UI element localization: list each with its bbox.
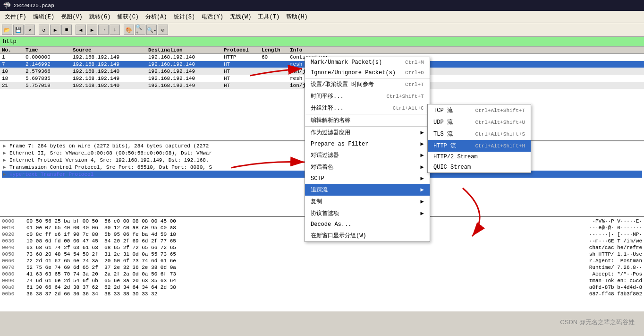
expand-icon: ▶	[3, 157, 9, 163]
hex-row: 0040 63 68 61 74 2f 63 61 63 68 65 2f 72…	[2, 244, 642, 251]
title-bar: 🦈 20220920.pcap	[0, 0, 644, 11]
toolbar-color[interactable]: 🎨	[124, 25, 134, 35]
toolbar-goto[interactable]: →	[98, 25, 109, 35]
toolbar-close[interactable]: ✕	[25, 25, 35, 35]
window-title: 20220920.pcap	[14, 3, 54, 9]
ctx-show-in-new-window[interactable]: 在新窗口显示分组(W)	[305, 230, 430, 241]
toolbar-zoomin[interactable]: 🔍+	[135, 25, 145, 35]
toolbar-zoomout[interactable]: 🔍-	[146, 25, 157, 35]
submenu-tcp-stream[interactable]: TCP 流 Ctrl+Alt+Shift+T	[428, 104, 531, 116]
toolbar-restart[interactable]: ↺	[39, 25, 49, 35]
submenu-udp-stream[interactable]: UDP 流 Ctrl+Alt+Shift+U	[428, 116, 531, 128]
detail-tcp-text: Transmission Control Protocol, Src Port:…	[9, 164, 212, 170]
menu-wireless[interactable]: 无线(W)	[227, 12, 254, 22]
menu-capture[interactable]: 捕获(C)	[114, 12, 142, 22]
menu-edit[interactable]: 编辑(E)	[30, 12, 58, 22]
packet-list-header: No. Time Source Destination Protocol Len…	[0, 47, 644, 54]
ctx-copy[interactable]: 复制 ▶	[305, 196, 430, 207]
hex-row: 0060 72 2d 41 67 65 6e 74 3a 20 50 6f 73…	[2, 258, 642, 264]
hex-row: 00b0 36 38 37 2d 66 36 36 34 38 33 38 30…	[2, 291, 642, 297]
hex-row: 0050 73 68 20 48 54 54 50 2f 31 2e 31 0d…	[2, 251, 642, 258]
submenu-follow-stream: TCP 流 Ctrl+Alt+Shift+T UDP 流 Ctrl+Alt+Sh…	[427, 104, 531, 173]
toolbar-scroll[interactable]: ↓	[110, 25, 120, 35]
ctx-edit-name[interactable]: 编辑解析的名称	[305, 114, 430, 126]
menu-bar: 文件(F) 编辑(E) 视图(V) 跳转(G) 捕获(C) 分析(A) 统计(S…	[0, 11, 644, 23]
menu-analyze[interactable]: 分析(A)	[143, 12, 170, 22]
watermark: CSDN @无名之辈之码谷娃	[560, 318, 635, 327]
filter-bar	[0, 37, 644, 47]
submenu-tls-stream[interactable]: TLS 流 Ctrl+Alt+Shift+S	[428, 128, 531, 140]
ctx-sctp[interactable]: SCTP ▶	[305, 173, 430, 184]
ctx-set-time[interactable]: 设置/取消设置 时间参考 Ctrl+T	[305, 78, 430, 90]
col-header-info: Info	[290, 47, 642, 53]
filter-input[interactable]	[3, 38, 641, 45]
submenu-quic-stream[interactable]: QUIC Stream	[428, 162, 531, 172]
ctx-color-conversation[interactable]: 对话着色 ▶	[305, 161, 430, 173]
menu-view[interactable]: 视图(V)	[58, 12, 85, 22]
expand-icon: ▶	[3, 164, 9, 170]
detail-ethernet-text: Ethernet II, Src: VMware_c0:00:08 (00:50…	[9, 150, 212, 156]
ctx-decode-as[interactable]: Decode As...	[305, 219, 430, 230]
toolbar-start[interactable]: ▶	[50, 25, 60, 35]
col-header-dst: Destination	[148, 47, 224, 53]
hex-row: 0070 52 75 6e 74 69 6d 65 2f 37 2e 32 36…	[2, 264, 642, 271]
menu-telephone[interactable]: 电话(Y)	[199, 12, 226, 22]
hex-row: 0080 41 63 63 65 70 74 3a 20 2a 2f 2a 0d…	[2, 271, 642, 277]
ctx-conversation-filter[interactable]: 对话过滤器 ▶	[305, 149, 430, 161]
menu-help[interactable]: 帮助(H)	[283, 12, 311, 22]
menu-stats[interactable]: 统计(S)	[171, 12, 198, 22]
context-menu: Mark/Unmark Packet(s) Ctrl+M Ignore/Unig…	[305, 57, 430, 242]
toolbar-save[interactable]: 💾	[13, 25, 24, 35]
submenu-http-stream[interactable]: HTTP 流 Ctrl+Alt+Shift+H	[428, 140, 531, 152]
expand-icon: ▶	[3, 143, 9, 149]
toolbar: 📂 💾 ✕ ↺ ▶ ■ ◀ ▶ → ↓ 🎨 🔍+ 🔍- ⊙	[0, 23, 644, 37]
col-header-no: No.	[2, 47, 25, 53]
toolbar-stop[interactable]: ■	[61, 25, 72, 35]
col-header-src: Source	[73, 47, 148, 53]
toolbar-forward[interactable]: ▶	[87, 25, 97, 35]
hex-row: 0090 74 6d 61 6e 2d 54 6f 6b 65 6e 3a 20…	[2, 277, 642, 284]
expand-icon: ▶	[3, 150, 9, 156]
col-header-proto: Protocol	[224, 47, 262, 53]
menu-file[interactable]: 文件(F)	[2, 12, 29, 22]
menu-tools[interactable]: 工具(T)	[255, 12, 282, 22]
ctx-mark-packet[interactable]: Mark/Unmark Packet(s) Ctrl+M	[305, 57, 430, 68]
ctx-apply-filter[interactable]: 作为过滤器应用 ▶	[305, 126, 430, 138]
toolbar-reset[interactable]: ⊙	[158, 25, 168, 35]
ctx-ignore-packet[interactable]: Ignore/Unignore Packet(s) Ctrl+D	[305, 68, 430, 78]
app-icon: 🦈	[3, 1, 11, 9]
hex-row: 00a0 61 30 66 64 2d 38 37 62 62 2d 34 64…	[2, 284, 642, 291]
menu-goto[interactable]: 跳转(G)	[86, 12, 114, 22]
toolbar-back[interactable]: ◀	[76, 25, 86, 35]
ctx-packet-comment[interactable]: 分组注释... Ctrl+Alt+C	[305, 102, 430, 114]
col-header-time: Time	[25, 47, 73, 53]
col-header-len: Length	[262, 47, 290, 53]
submenu-http2-stream[interactable]: HTTP/2 Stream	[428, 152, 531, 162]
ctx-proto-prefs[interactable]: 协议首选项 ▶	[305, 207, 430, 219]
ctx-prepare-filter[interactable]: Prepare as Filter ▶	[305, 138, 430, 149]
ctx-time-shift[interactable]: 时间平移... Ctrl+Shift+T	[305, 90, 430, 102]
detail-frame-text: Frame 7: 284 bytes on wire (2272 bits), …	[9, 143, 209, 149]
detail-ip-text: Internet Protocol Version 4, Src: 192.16…	[9, 157, 209, 163]
detail-http-text: Hypertext Transfer Protocol	[9, 172, 93, 177]
expand-icon: ▶	[3, 171, 9, 177]
toolbar-open[interactable]: 📂	[2, 25, 12, 35]
ctx-follow-stream[interactable]: 追踪流 ▶	[305, 184, 430, 196]
